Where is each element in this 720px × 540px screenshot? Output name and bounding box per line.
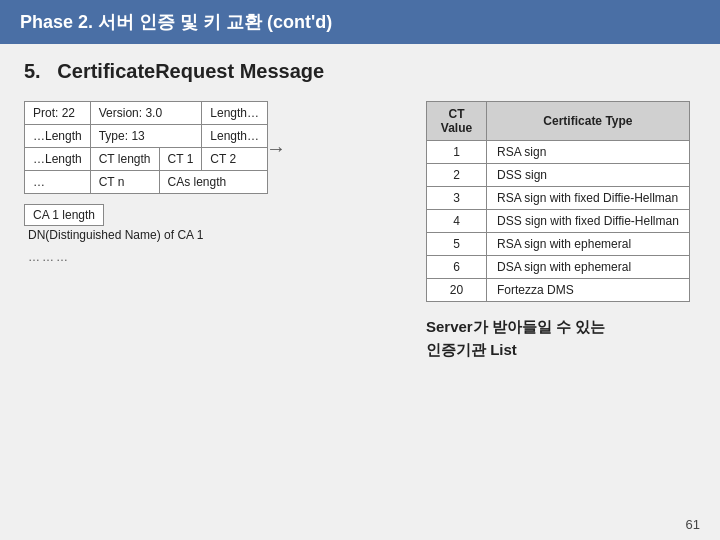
diagram-cell: CT 2 [202,148,268,171]
diagram-cell: … [25,171,91,194]
cert-table-row: 6DSA sign with ephemeral [427,256,690,279]
ct-value-cell: 6 [427,256,487,279]
diagram-cell: CT length [90,148,159,171]
cert-type-cell: DSS sign with fixed Diffie-Hellman [487,210,690,233]
cert-table-row: 20Fortezza DMS [427,279,690,302]
diagram-cell: …Length [25,148,91,171]
section-title: 5. CertificateRequest Message [24,60,696,83]
diagram-cell: CAs length [159,171,268,194]
cert-type-cell: Fortezza DMS [487,279,690,302]
cert-table-row: 3RSA sign with fixed Diffie-Hellman [427,187,690,210]
diagram-wrapper: Prot: 22Version: 3.0Length……LengthType: … [24,101,268,194]
server-note: Server가 받아들일 수 있는 인증기관 List [426,316,696,361]
cert-table-row: 5RSA sign with ephemeral [427,233,690,256]
diagram-cell: Length… [202,102,268,125]
cert-table-area: CT Value Certificate Type 1RSA sign2DSS … [426,101,696,361]
cert-type-cell: DSA sign with ephemeral [487,256,690,279]
cert-type-table: CT Value Certificate Type 1RSA sign2DSS … [426,101,690,302]
right-arrow-indicator: → [266,136,286,159]
ct-value-cell: 2 [427,164,487,187]
section-name: CertificateRequest Message [57,60,324,82]
diagram-cell: …Length [25,125,91,148]
header-title: Phase 2. 서버 인증 및 키 교환 (cont'd) [20,10,332,34]
ca-length-label: CA 1 length [24,204,104,226]
ct-value-cell: 5 [427,233,487,256]
ca-section: CA 1 length DN(Distinguished Name) of CA… [24,204,406,264]
cert-table-row: 1RSA sign [427,141,690,164]
diagram-cell: Version: 3.0 [90,102,202,125]
slide-header: Phase 2. 서버 인증 및 키 교환 (cont'd) [0,0,720,44]
diagram-row: …LengthType: 13Length… [25,125,268,148]
page-number: 61 [686,517,700,532]
ct-value-cell: 4 [427,210,487,233]
col-header-ct-value: CT Value [427,102,487,141]
diagram-cell: CT n [90,171,159,194]
ct-value-cell: 3 [427,187,487,210]
content-area: Prot: 22Version: 3.0Length……LengthType: … [24,101,696,361]
cert-table-row: 2DSS sign [427,164,690,187]
dn-label: DN(Distinguished Name) of CA 1 [24,228,406,242]
diagram-row: …LengthCT lengthCT 1CT 2 [25,148,268,171]
diagram-cell: Length… [202,125,268,148]
col-header-cert-type: Certificate Type [487,102,690,141]
dots-label: ……… [24,250,406,264]
diagram-cell: Prot: 22 [25,102,91,125]
cert-type-cell: RSA sign with ephemeral [487,233,690,256]
cert-type-cell: DSS sign [487,164,690,187]
ct-value-cell: 1 [427,141,487,164]
diagram-cell: CT 1 [159,148,202,171]
cert-table-row: 4DSS sign with fixed Diffie-Hellman [427,210,690,233]
server-note-line2: 인증기관 List [426,339,696,362]
cert-type-cell: RSA sign [487,141,690,164]
cert-type-cell: RSA sign with fixed Diffie-Hellman [487,187,690,210]
diagram-area: Prot: 22Version: 3.0Length……LengthType: … [24,101,406,361]
diagram-cell: Type: 13 [90,125,202,148]
diagram-table: Prot: 22Version: 3.0Length……LengthType: … [24,101,268,194]
ct-value-cell: 20 [427,279,487,302]
main-content: 5. CertificateRequest Message Prot: 22Ve… [0,44,720,540]
section-number: 5. [24,60,41,82]
server-note-line1: Server가 받아들일 수 있는 [426,316,696,339]
diagram-row: Prot: 22Version: 3.0Length… [25,102,268,125]
diagram-row: …CT nCAs length [25,171,268,194]
